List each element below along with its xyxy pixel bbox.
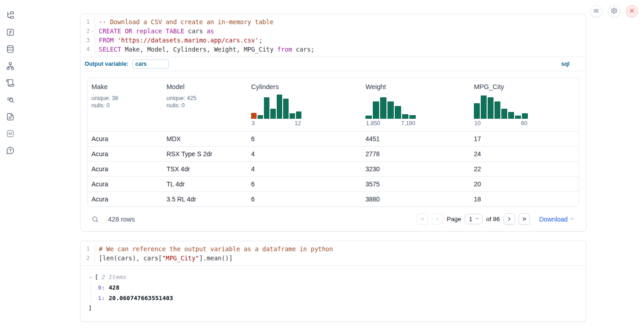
axis-max-label: 7,190 bbox=[401, 120, 415, 127]
column-name: Cylinders bbox=[251, 83, 358, 91]
histogram-bar[interactable] bbox=[277, 95, 282, 119]
table-row[interactable]: AcuraTL 4dr6357520 bbox=[88, 176, 579, 191]
histogram-bar[interactable] bbox=[508, 112, 514, 119]
code-text: CREATE OR replace TABLE cars as bbox=[95, 26, 214, 36]
gear-icon bbox=[611, 7, 617, 16]
histogram-bar[interactable] bbox=[494, 101, 500, 119]
database-icon[interactable] bbox=[5, 44, 15, 53]
python-code-editor[interactable]: 1# We can reference the output variable … bbox=[80, 241, 586, 265]
histogram-bar[interactable] bbox=[258, 115, 263, 119]
table-cell: TL 4dr bbox=[163, 177, 247, 191]
histogram-bar[interactable] bbox=[387, 101, 394, 119]
settings-button[interactable] bbox=[608, 5, 620, 17]
hamburger-icon bbox=[593, 7, 600, 16]
sql-code-editor[interactable]: 1-- Download a CSV and create an in-memo… bbox=[80, 14, 586, 57]
histogram-bars bbox=[365, 94, 416, 119]
table-row[interactable]: AcuraMDX6445117 bbox=[88, 131, 579, 146]
scroll-icon[interactable] bbox=[5, 78, 15, 87]
histogram-bar[interactable] bbox=[522, 113, 528, 119]
search-icon[interactable] bbox=[91, 216, 99, 223]
histogram-bar[interactable] bbox=[290, 113, 295, 119]
output-entry: 0: 428 bbox=[98, 283, 579, 293]
column-histogram: 312 bbox=[251, 94, 301, 127]
open-bracket: [ bbox=[95, 272, 98, 282]
output-variable-input[interactable] bbox=[132, 59, 169, 69]
table-row[interactable]: AcuraRSX Type S 2dr4277824 bbox=[88, 146, 579, 161]
table-cell: Acura bbox=[88, 177, 163, 191]
histogram-bar[interactable] bbox=[402, 114, 408, 119]
histogram-bar[interactable] bbox=[365, 116, 372, 119]
histogram-bar[interactable] bbox=[409, 115, 416, 119]
next-page-button[interactable] bbox=[504, 213, 515, 225]
axis-max-label: 12 bbox=[295, 120, 301, 127]
histogram-bar[interactable] bbox=[474, 103, 480, 119]
table-cell: Acura bbox=[88, 162, 163, 176]
table-cell: 2778 bbox=[362, 147, 470, 161]
line-number: 2 bbox=[80, 26, 95, 36]
column-histogram: 1060 bbox=[474, 94, 528, 127]
table-row[interactable]: AcuraTSX 4dr4323022 bbox=[88, 161, 579, 176]
table-cell: 4 bbox=[247, 147, 362, 161]
histogram-bar[interactable] bbox=[283, 99, 289, 119]
table-cell: Acura bbox=[88, 132, 163, 146]
column-histogram: 1,8507,190 bbox=[365, 94, 416, 127]
table-cell: TSX 4dr bbox=[163, 162, 247, 176]
histogram-bar[interactable] bbox=[264, 97, 269, 119]
table-cell: 3575 bbox=[362, 177, 470, 191]
help-icon[interactable] bbox=[5, 146, 15, 155]
entry-key: 1: bbox=[98, 295, 105, 301]
histogram-axis-labels: 1,8507,190 bbox=[365, 120, 416, 127]
column-name: Model bbox=[166, 83, 244, 91]
close-button[interactable] bbox=[626, 5, 638, 17]
histogram-bar[interactable] bbox=[501, 109, 507, 119]
prev-page-button[interactable] bbox=[432, 213, 443, 225]
document-icon[interactable] bbox=[5, 112, 15, 121]
variables-icon[interactable] bbox=[5, 27, 15, 37]
menu-button[interactable] bbox=[590, 5, 602, 17]
code-line: 4SELECT Make, Model, Cylinders, Weight, … bbox=[80, 45, 586, 54]
column-header-mpg_city[interactable]: MPG_City1060 bbox=[470, 78, 579, 131]
column-name: MPG_City bbox=[474, 83, 575, 91]
topbar-actions bbox=[590, 5, 638, 17]
histogram-bar[interactable] bbox=[488, 97, 494, 119]
download-label: Download bbox=[539, 216, 568, 223]
file-tree-icon[interactable] bbox=[5, 11, 15, 20]
column-header-make[interactable]: Makeunique: 38nulls: 0 bbox=[88, 78, 163, 131]
axis-max-label: 60 bbox=[521, 120, 527, 127]
column-header-model[interactable]: Modelunique: 425nulls: 0 bbox=[163, 78, 247, 131]
table-cell: 6 bbox=[247, 192, 362, 206]
table-cell: Acura bbox=[88, 147, 163, 161]
histogram-bar[interactable] bbox=[373, 101, 379, 119]
dependency-graph-icon[interactable] bbox=[5, 61, 15, 70]
axis-min-label: 10 bbox=[474, 120, 481, 127]
column-header-cylinders[interactable]: Cylinders312 bbox=[247, 78, 362, 131]
table-cell: 6 bbox=[247, 132, 362, 146]
close-icon bbox=[628, 7, 635, 16]
first-page-button[interactable] bbox=[417, 213, 428, 225]
histogram-bar[interactable] bbox=[395, 106, 401, 119]
histogram-bar[interactable] bbox=[380, 97, 386, 119]
page-select[interactable]: 1 bbox=[465, 214, 483, 224]
entry-value: 428 bbox=[105, 284, 119, 291]
snippets-icon[interactable] bbox=[5, 129, 15, 138]
download-button[interactable]: Download bbox=[539, 216, 575, 223]
table-cell: 4451 bbox=[362, 132, 470, 146]
output-tree-header[interactable]: [2 Items bbox=[88, 272, 579, 282]
table-cell: 24 bbox=[470, 147, 579, 161]
table-cell: 6 bbox=[247, 177, 362, 191]
histogram-bars bbox=[251, 94, 301, 119]
fold-chevron-icon[interactable] bbox=[90, 29, 94, 33]
row-count: 428 rows bbox=[108, 216, 135, 223]
histogram-bar[interactable] bbox=[270, 109, 276, 119]
histogram-bar[interactable] bbox=[251, 113, 257, 119]
histogram-bar[interactable] bbox=[515, 116, 521, 119]
table-row[interactable]: Acura3.5 RL 4dr6388018 bbox=[88, 191, 579, 206]
logs-icon[interactable] bbox=[5, 95, 15, 104]
histogram-bar[interactable] bbox=[481, 95, 487, 119]
table-body: AcuraMDX6445117AcuraRSX Type S 2dr427782… bbox=[88, 131, 579, 206]
column-header-weight[interactable]: Weight1,8507,190 bbox=[362, 78, 470, 131]
table-cell: MDX bbox=[163, 132, 247, 146]
histogram-bar[interactable] bbox=[296, 111, 301, 119]
last-page-button[interactable] bbox=[519, 213, 530, 225]
collapse-chevron-icon[interactable] bbox=[88, 275, 93, 280]
